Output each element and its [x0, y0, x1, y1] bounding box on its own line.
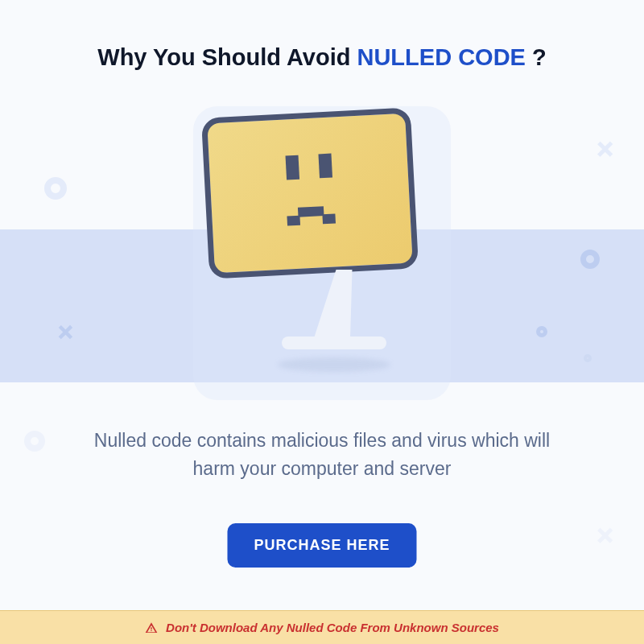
- decorative-plus-icon: +: [584, 127, 627, 171]
- monitor-screen: [201, 107, 419, 279]
- warning-banner: Don't Download Any Nulled Code From Unkn…: [0, 610, 644, 644]
- title-prefix: Why You Should Avoid: [97, 44, 357, 70]
- page-title: Why You Should Avoid NULLED CODE ?: [0, 0, 644, 71]
- decorative-circle-icon: [584, 354, 592, 362]
- monitor-shadow: [278, 357, 390, 372]
- monitor-base: [282, 336, 386, 349]
- decorative-circle-icon: [44, 177, 67, 200]
- description-text: Nulled code contains malicious files and…: [72, 427, 572, 482]
- purchase-button[interactable]: PURCHASE HERE: [227, 523, 416, 568]
- title-highlight: NULLED CODE: [357, 44, 525, 70]
- title-suffix: ?: [526, 44, 547, 70]
- warning-text: Don't Download Any Nulled Code From Unkn…: [166, 621, 499, 634]
- decorative-circle-icon: [580, 250, 600, 269]
- decorative-circle-icon: [536, 326, 547, 337]
- decorative-plus-icon: +: [584, 514, 627, 557]
- warning-triangle-icon: [145, 621, 158, 634]
- sad-face-icon: [209, 150, 411, 232]
- sad-monitor-illustration: [209, 113, 435, 372]
- decorative-circle-icon: [24, 431, 45, 452]
